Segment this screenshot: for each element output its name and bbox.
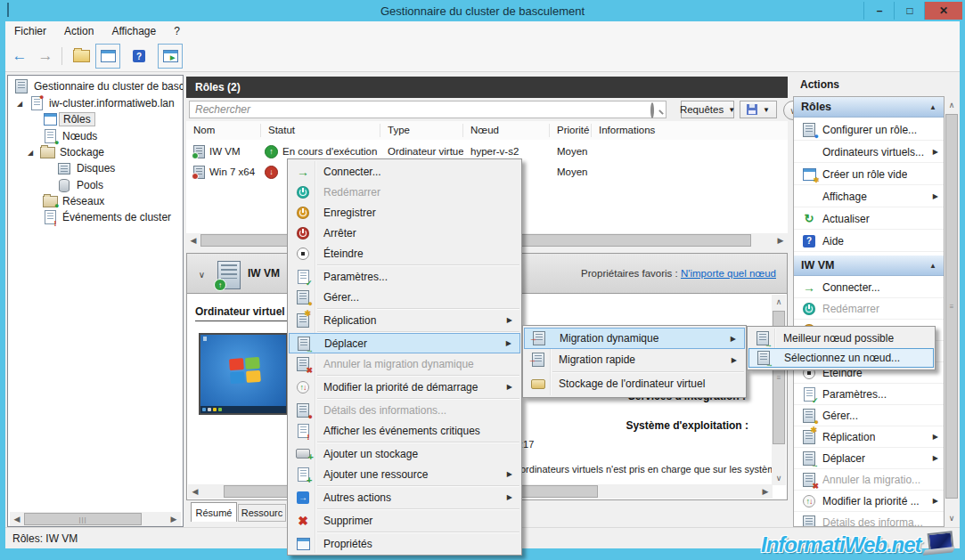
menu-item-gerer[interactable]: ●Gérer... — [289, 287, 520, 307]
action-aide[interactable]: ?Aide — [794, 231, 944, 252]
action-configurer-role[interactable]: ●Configurer un rôle... — [794, 119, 944, 141]
scroll-right-icon[interactable]: ▶ — [167, 512, 181, 526]
action-connecter[interactable]: →Connecter... — [794, 277, 944, 298]
action-deplacer[interactable]: →Déplacer▶ — [794, 448, 944, 469]
search-input[interactable] — [189, 101, 667, 118]
tree-item-cluster[interactable]: ◢ ● iw-cluster.informatiweb.lan — [17, 95, 175, 111]
menu-item-supprimer[interactable]: ✖Supprimer — [289, 510, 520, 531]
tree-item-disks[interactable]: Disques — [56, 160, 115, 176]
menu-item-connecter[interactable]: →Connecter... — [289, 161, 520, 182]
menu-item-enregistrer[interactable]: Enregistrer — [289, 202, 520, 223]
menu-item-annuler-migration[interactable]: ✖Annuler la migration dynamique — [289, 353, 520, 374]
tree-item-pools[interactable]: Pools — [56, 177, 103, 193]
menu-item-modifier-priorite[interactable]: ↑↓Modifier la priorité de démarrage▶ — [289, 377, 520, 397]
search-icon — [650, 104, 654, 117]
tree-hscrollbar[interactable]: ◀ ||| ▶ — [10, 512, 181, 526]
nodes-icon: ● — [42, 129, 58, 143]
show-console-tree-button[interactable] — [95, 44, 120, 69]
action-affichage[interactable]: Affichage▶ — [794, 186, 944, 207]
menu-item-arreter[interactable]: Arrêter — [289, 223, 520, 243]
minimize-button[interactable]: – — [863, 2, 895, 20]
scroll-down-icon[interactable]: ∨ — [945, 511, 959, 525]
action-modifier-priorite[interactable]: ↑↓Modifier la priorité ...▶ — [794, 491, 944, 512]
scroll-left-icon[interactable]: ◀ — [188, 484, 202, 499]
detail-vscrollbar[interactable]: ∧ ≡ ∨ — [772, 295, 786, 485]
save-query-button[interactable]: ▼ — [740, 101, 777, 118]
tree-item-roles[interactable]: Rôles — [42, 111, 95, 127]
action-replication[interactable]: ✱Réplication▶ — [794, 426, 944, 448]
col-nom[interactable]: Nom — [186, 124, 261, 137]
scroll-left-icon[interactable]: ◀ — [10, 512, 24, 526]
scroll-up-icon[interactable]: ∧ — [945, 98, 959, 112]
collapse-icon[interactable]: ▲ — [929, 262, 936, 270]
tree-item-networks[interactable]: ● Réseaux — [42, 193, 104, 209]
col-noeud[interactable]: Nœud propriétaire — [463, 124, 550, 137]
menu-item-proprietes[interactable]: Propriétés — [289, 533, 520, 554]
menu-item-autres-actions[interactable]: →Autres actions▶ — [289, 487, 520, 507]
preferred-owners-link[interactable]: N'importe quel nœud — [681, 268, 776, 279]
menu-item-evenements-critiques[interactable]: !Afficher les événements critiques — [289, 420, 520, 441]
tab-resume[interactable]: Résumé — [191, 502, 237, 522]
window-border-right — [960, 21, 965, 560]
action-gerer[interactable]: ●Gérer... — [794, 405, 944, 426]
tree-item-cluster-events[interactable]: ! Événements de cluster — [42, 209, 171, 225]
export-button[interactable] — [70, 45, 93, 68]
tree-item-nodes[interactable]: ● Nœuds — [42, 128, 97, 144]
back-button[interactable]: ← — [8, 45, 31, 68]
cancel-migration-icon: ✖ — [295, 357, 311, 371]
action-actualiser[interactable]: ↻Actualiser — [794, 208, 944, 230]
expand-icon[interactable]: ◢ — [17, 100, 24, 108]
menu-item-ajouter-ressource[interactable]: +Ajouter une ressource▶ — [289, 464, 520, 484]
action-creer-role-vide[interactable]: ✱Créer un rôle vide — [794, 164, 944, 185]
scroll-right-icon[interactable]: ▶ — [773, 233, 788, 248]
section-roles[interactable]: Rôles ▲ — [794, 97, 944, 118]
expand-icon[interactable]: ◢ — [28, 149, 35, 157]
forward-button[interactable]: → — [34, 45, 57, 68]
scroll-down-icon[interactable]: ∨ — [772, 471, 786, 485]
col-informations[interactable]: Informations — [592, 124, 788, 137]
show-action-pane-button[interactable]: ▶ — [158, 44, 183, 69]
help-button[interactable]: ? — [127, 45, 151, 68]
menu-item-redemarrer[interactable]: Redémarrer — [289, 182, 520, 202]
submenu-item-migration-dynamique[interactable]: →Migration dynamique▶ — [524, 328, 745, 349]
menu-fichier[interactable]: Fichier — [5, 21, 55, 41]
tree-item-storage[interactable]: ◢ Stockage — [28, 144, 104, 160]
menu-item-ajouter-stockage[interactable]: +Ajouter un stockage — [289, 443, 520, 464]
menu-item-eteindre[interactable]: Éteindre — [289, 243, 520, 264]
col-priorite[interactable]: Priorité — [550, 124, 592, 137]
submenu-item-stockage-ordinateur[interactable]: Stockage de l'ordinateur virtuel — [524, 373, 745, 394]
submenu-item-selectionnez-noeud[interactable]: →Sélectionnez un nœud... — [748, 348, 934, 368]
vm-preview-thumbnail[interactable] — [199, 333, 288, 415]
maximize-button[interactable]: □ — [894, 2, 925, 20]
close-button[interactable]: ✕ — [924, 2, 962, 20]
tab-ressources[interactable]: Ressourc — [238, 504, 286, 522]
collapse-detail-button[interactable]: ∨ — [194, 267, 209, 282]
action-parametres[interactable]: ✓Paramètres... — [794, 384, 944, 405]
scroll-up-icon[interactable]: ∧ — [772, 295, 786, 309]
menu-item-replication[interactable]: ✱Réplication▶ — [289, 310, 520, 330]
col-type[interactable]: Type — [380, 124, 463, 137]
scroll-right-icon[interactable]: ▶ — [758, 484, 773, 499]
roles-title: Rôles (2) — [195, 81, 241, 93]
actions-vscrollbar[interactable]: ∧ ≡ ∨ — [945, 96, 959, 527]
menu-item-details-informations[interactable]: ●Détails des informations... — [289, 400, 520, 420]
titlebar[interactable]: Gestionnaire du cluster de basculement –… — [0, 0, 965, 21]
menu-aide[interactable]: ? — [165, 21, 189, 41]
menu-item-parametres[interactable]: ✓Paramètres... — [289, 266, 520, 287]
action-redemarrer[interactable]: Redémarrer — [794, 298, 944, 320]
queries-button[interactable]: Requêtes ▼ — [681, 101, 734, 118]
scroll-left-icon[interactable]: ◀ — [186, 233, 200, 248]
section-iw-vm[interactable]: IW VM ▲ — [794, 256, 944, 276]
menu-affichage[interactable]: Affichage — [102, 21, 165, 41]
submenu-item-meilleur-noeud[interactable]: →Meilleur nœud possible — [748, 329, 934, 348]
menu-item-deplacer[interactable]: →Déplacer▶ — [289, 333, 520, 353]
menu-action[interactable]: Action — [55, 21, 102, 41]
tree-hscroll-thumb[interactable]: ||| — [24, 513, 142, 525]
action-details-informations[interactable]: ●Détails des informa... — [794, 512, 944, 527]
collapse-icon[interactable]: ▲ — [929, 103, 936, 111]
col-statut[interactable]: Statut — [261, 124, 380, 137]
action-annuler-migration[interactable]: ✖Annuler la migratio... — [794, 469, 944, 491]
action-ordinateurs-virtuels[interactable]: Ordinateurs virtuels...▶ — [794, 142, 944, 163]
submenu-item-migration-rapide[interactable]: →Migration rapide▶ — [524, 349, 745, 370]
actions-vscroll-thumb[interactable]: ≡ — [945, 114, 958, 499]
